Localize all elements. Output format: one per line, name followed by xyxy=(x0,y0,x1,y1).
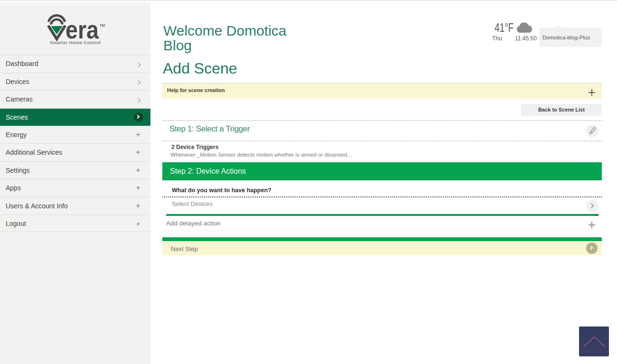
svg-text:™: ™ xyxy=(99,23,105,30)
